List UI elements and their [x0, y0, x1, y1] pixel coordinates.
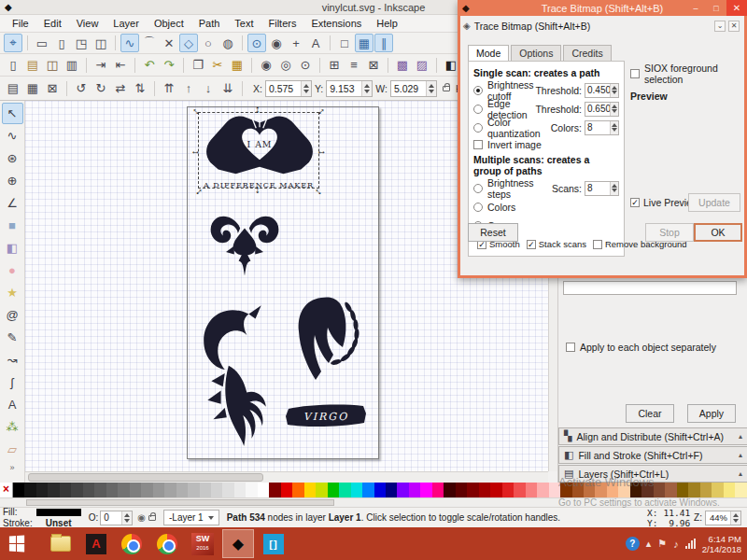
- color-swatch[interactable]: [677, 483, 688, 497]
- snap-cusp-nodes-icon[interactable]: ◇: [179, 34, 198, 52]
- clock[interactable]: 6:14 PM 2/14/2018: [702, 534, 741, 554]
- scorpion-artwork[interactable]: [196, 301, 273, 448]
- snap-paths-icon[interactable]: ⌒: [140, 34, 159, 52]
- tweak-tool[interactable]: ⊛: [2, 147, 23, 169]
- color-swatch[interactable]: [584, 483, 595, 497]
- selection-handle-left[interactable]: ↔: [190, 146, 201, 155]
- colors-radio[interactable]: [473, 203, 483, 212]
- toolbox-overflow-chevron[interactable]: »: [9, 463, 14, 472]
- taskbar-file-explorer[interactable]: [45, 529, 77, 558]
- dialog-minimize-button[interactable]: –: [685, 0, 706, 16]
- color-swatch[interactable]: [456, 483, 467, 497]
- color-swatch[interactable]: [281, 483, 292, 497]
- color-swatch[interactable]: [502, 483, 514, 497]
- color-swatch[interactable]: [432, 483, 444, 497]
- taskbar-chrome-2[interactable]: [151, 529, 183, 558]
- x-field[interactable]: 0.575: [265, 80, 312, 97]
- clone-icon[interactable]: ≡: [345, 56, 363, 75]
- raise-icon[interactable]: ↑: [179, 79, 198, 98]
- eraser-tool[interactable]: ▱: [2, 439, 23, 460]
- calligraphy-tool[interactable]: ʃ: [2, 371, 23, 393]
- text-tool[interactable]: A: [2, 394, 23, 415]
- menu-item[interactable]: Path: [192, 16, 227, 31]
- snap-bbox-edges-icon[interactable]: ▯: [52, 34, 71, 52]
- color-swatch[interactable]: [572, 483, 584, 497]
- color-swatch[interactable]: [654, 483, 665, 497]
- w-field[interactable]: 5.029: [390, 80, 437, 97]
- invert-image-checkbox[interactable]: [473, 140, 483, 149]
- duplicate-icon[interactable]: ⊞: [325, 56, 344, 75]
- menu-item[interactable]: Extensions: [304, 16, 368, 31]
- color-swatch[interactable]: [164, 483, 176, 497]
- ellipse-tool[interactable]: ●: [2, 259, 23, 281]
- color-swatch[interactable]: [234, 483, 246, 497]
- taskbar-solidworks[interactable]: SW2016: [187, 529, 218, 558]
- measure-tool[interactable]: ∠: [2, 192, 23, 214]
- snap-nodes-icon[interactable]: ∿: [120, 34, 139, 52]
- color-swatch[interactable]: [83, 483, 94, 497]
- color-swatch[interactable]: [24, 483, 35, 497]
- pen-tool[interactable]: ↝: [2, 349, 23, 371]
- dock-text-input[interactable]: [563, 281, 737, 295]
- color-swatch[interactable]: [712, 483, 723, 497]
- scans-spinbox[interactable]: 8: [585, 181, 619, 196]
- opacity-spinbox[interactable]: 0: [100, 511, 133, 525]
- zoom-selection-icon[interactable]: ◎: [276, 56, 295, 75]
- menu-item[interactable]: Layer: [106, 16, 146, 31]
- snap-text-baseline-icon[interactable]: A: [306, 34, 325, 52]
- brightness-cutoff-radio[interactable]: [473, 86, 483, 95]
- panel-collapse-icon[interactable]: ▴: [739, 451, 742, 459]
- snap-bbox-midpoints-icon[interactable]: ◫: [92, 34, 110, 52]
- color-swatch[interactable]: [316, 483, 327, 497]
- selection-handle-top[interactable]: ↔: [255, 105, 264, 116]
- color-swatch[interactable]: [362, 483, 374, 497]
- lock-ratio-icon[interactable]: [443, 86, 450, 91]
- color-swatch[interactable]: [467, 483, 478, 497]
- menu-item[interactable]: Edit: [37, 16, 68, 31]
- color-swatch[interactable]: [665, 483, 676, 497]
- apply-button[interactable]: Apply: [687, 404, 736, 423]
- color-swatch[interactable]: [409, 483, 420, 497]
- unlink-clone-icon[interactable]: ⊠: [364, 56, 383, 75]
- color-swatch[interactable]: [200, 483, 211, 497]
- spray-tool[interactable]: ⁂: [2, 416, 23, 438]
- ok-button[interactable]: OK: [694, 223, 742, 242]
- color-swatch[interactable]: [618, 483, 629, 497]
- snap-guides-icon[interactable]: ∥: [374, 34, 393, 52]
- cut-icon[interactable]: ✂: [208, 56, 227, 75]
- copy-icon[interactable]: ❐: [189, 56, 207, 75]
- w-spinner[interactable]: [426, 81, 436, 96]
- colors-spinbox[interactable]: 8: [585, 120, 619, 135]
- node-tool[interactable]: ∿: [2, 125, 23, 147]
- dock-panel-bar[interactable]: ◧ Fill and Stroke (Shift+Ctrl+F) ▴: [558, 446, 747, 464]
- lower-to-bottom-icon[interactable]: ⇊: [218, 79, 237, 98]
- color-swatch[interactable]: [386, 483, 397, 497]
- selection-handle-right[interactable]: ↔: [317, 146, 327, 155]
- snap-toggle-icon[interactable]: ⌖: [4, 34, 22, 52]
- color-swatch[interactable]: [269, 483, 280, 497]
- stack-scans-checkbox[interactable]: [527, 240, 536, 249]
- layer-dropdown[interactable]: -Layer 1: [163, 510, 219, 525]
- dialog-close-button[interactable]: ✕: [726, 0, 747, 16]
- group-icon[interactable]: ▩: [393, 56, 412, 75]
- menu-item[interactable]: Text: [228, 16, 260, 31]
- export-icon[interactable]: ⇤: [111, 56, 130, 75]
- fill-swatch[interactable]: [36, 509, 81, 516]
- color-swatch[interactable]: [246, 483, 257, 497]
- virgo-artwork[interactable]: [282, 294, 366, 392]
- no-color-swatch[interactable]: ×: [0, 483, 13, 497]
- snap-grid-icon[interactable]: ▦: [355, 34, 374, 52]
- rotate-ccw-icon[interactable]: ↺: [72, 79, 91, 98]
- color-swatch[interactable]: [351, 483, 362, 497]
- color-swatch[interactable]: [94, 483, 106, 497]
- color-swatch[interactable]: [490, 483, 501, 497]
- open-document-icon[interactable]: ▤: [23, 56, 42, 75]
- remove-background-checkbox[interactable]: [593, 240, 602, 249]
- color-swatch[interactable]: [514, 483, 525, 497]
- lower-icon[interactable]: ↓: [199, 79, 218, 98]
- edge-detection-radio[interactable]: [473, 105, 483, 114]
- color-swatch[interactable]: [595, 483, 606, 497]
- color-swatch[interactable]: [188, 483, 199, 497]
- layer-lock-icon[interactable]: [148, 515, 156, 521]
- select-all-layers-icon[interactable]: ▦: [23, 79, 42, 98]
